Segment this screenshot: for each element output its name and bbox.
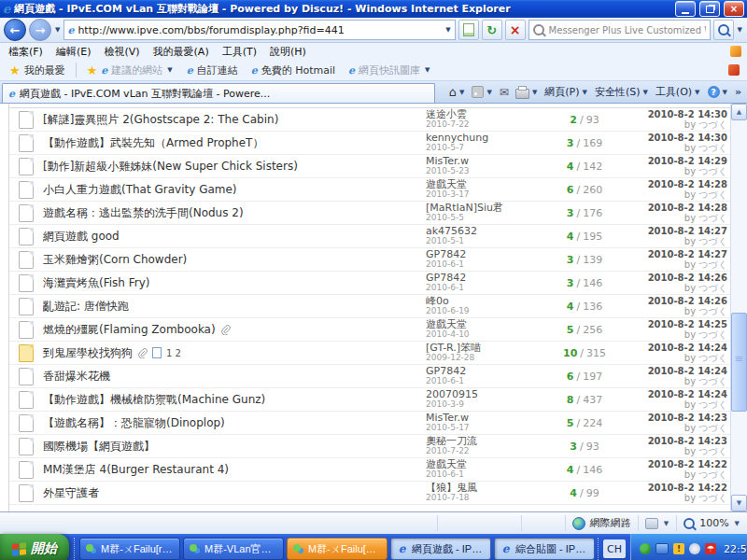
menu-file[interactable]: 檔案(F) (2, 43, 49, 61)
zoom-dropdown-icon[interactable] (734, 520, 740, 527)
lastpost-time-link[interactable]: 2010-8-2 14:22 (648, 483, 727, 494)
lastpost-time-link[interactable]: 2010-8-2 14:30 (648, 133, 727, 144)
lastpost-time-link[interactable]: 2010-8-2 14:24 (648, 389, 727, 400)
lastpost-author-link[interactable]: つづく (698, 166, 727, 176)
feeds-button[interactable] (472, 86, 492, 98)
lastpost-time-link[interactable]: 2010-8-2 14:29 (648, 156, 727, 167)
taskbar-clock[interactable]: 22:58 (724, 543, 747, 555)
table-row[interactable]: 國際機場【網頁遊戲】 奧秘一刀流 2010-7-22 3 / 93 (9, 435, 731, 458)
web-slice-dropdown-icon[interactable] (424, 66, 430, 74)
lastpost-author-link[interactable]: つづく (698, 329, 727, 340)
thread-title-link[interactable]: 小白人重力遊戲(That Gravity Game) (43, 182, 237, 198)
lastpost-time-link[interactable]: 2010-8-2 14:22 (648, 459, 727, 470)
table-row[interactable]: 【遊戲名稱】：恐龍寵物(Dinoplop) MisTer.w 2010-5-17… (9, 412, 731, 435)
menu-favorites[interactable]: 我的最愛(A) (147, 43, 216, 61)
scroll-down-button[interactable] (731, 495, 747, 511)
thread-title-link[interactable]: MM漢堡店 4(Burger Restaurant 4) (43, 462, 229, 478)
lastpost-author-link[interactable]: つづく (698, 493, 727, 503)
refresh-button[interactable] (482, 20, 502, 40)
table-row[interactable]: 遊戲名稱：逃出監禁的洗手間(Nodus 2) [MaRtIaN]Siu君 201… (9, 202, 731, 225)
custom-links-button[interactable]: 自訂連結 (181, 62, 244, 79)
table-row[interactable]: MM漢堡店 4(Burger Restaurant 4) 遊戲天堂 2010-6… (9, 458, 731, 482)
table-row[interactable]: 燃燒的殭屍(Flaming Zombooka) 遊戲天堂 2010-4-10 5… (9, 318, 731, 342)
table-row[interactable]: 玉米雞燴粥(Corn Chowder) GP7842 2010-6-1 3 / … (9, 248, 731, 272)
web-slice-gallery-button[interactable]: 網頁快訊圖庫 (343, 62, 436, 79)
thread-title-link[interactable]: 玉米雞燴粥(Corn Chowder) (43, 252, 187, 268)
help-button[interactable] (708, 86, 728, 98)
address-dropdown-icon[interactable] (444, 26, 451, 34)
lastpost-author-link[interactable]: つづく (698, 189, 727, 200)
thread-title-link[interactable]: 亂遊記: 唐僧快跑 (43, 299, 129, 315)
suggested-sites-button[interactable]: 建議的網站 (81, 62, 179, 79)
lastpost-author-link[interactable]: つづく (698, 259, 727, 270)
lastpost-author-link[interactable]: つづく (698, 399, 727, 410)
page-menu-button[interactable]: 網頁(P) (544, 85, 588, 99)
lastpost-time-link[interactable]: 2010-8-2 14:28 (648, 179, 727, 190)
menubar-addon-icon[interactable] (730, 46, 741, 57)
lastpost-author-link[interactable]: つづく (698, 469, 727, 480)
suggested-sites-dropdown-icon[interactable] (166, 66, 173, 74)
lastpost-time-link[interactable]: 2010-8-2 14:27 (648, 249, 727, 260)
table-row[interactable]: 【動作遊戲】機械槍防禦戰(Machine Gunz) 20070915 2010… (9, 388, 731, 412)
address-bar[interactable]: http://www.ipve.com/bbs/forumdisplay.php… (63, 20, 455, 40)
page-dropdown-icon[interactable] (582, 89, 588, 96)
feeds-dropdown-icon[interactable] (486, 89, 492, 96)
antivirus-tray-icon[interactable] (705, 543, 716, 554)
lastpost-time-link[interactable]: 2010-8-2 14:30 (648, 109, 727, 120)
vertical-scrollbar[interactable] (730, 104, 747, 511)
compatibility-view-button[interactable] (458, 20, 479, 40)
menu-help[interactable]: 說明(H) (263, 43, 313, 61)
close-button[interactable] (724, 1, 744, 17)
taskbar-task-button[interactable]: M群-ㄨFailu[R].e... (287, 538, 388, 560)
thread-title-link[interactable]: 【動作遊戲】機械槍防禦戰(Machine Gunz) (43, 392, 265, 408)
address-url[interactable]: http://www.ipve.com/bbs/forumdisplay.php… (78, 24, 441, 36)
zoom-control[interactable]: 100% (676, 515, 747, 531)
lastpost-author-link[interactable]: つづく (698, 283, 727, 293)
protected-mode-indicator[interactable] (638, 515, 676, 531)
thread-pagination[interactable]: 1 2 (152, 347, 181, 358)
lastpost-time-link[interactable]: 2010-8-2 14:24 (648, 366, 727, 377)
search-input[interactable]: Messenger Plus Live Customized Web Searc… (529, 20, 711, 40)
table-row[interactable]: 香甜爆米花機 GP7842 2010-6-1 6 / 197 (9, 365, 731, 388)
scroll-up-button[interactable] (731, 104, 747, 120)
table-row[interactable]: [解謎]靈異照片 2(Ghostscape 2: The Cabin) 迷途小雲… (9, 108, 731, 132)
lastpost-time-link[interactable]: 2010-8-2 14:26 (648, 296, 727, 307)
thread-title-link[interactable]: 【動作遊戲】武裝先知（Armed PropheT） (43, 135, 263, 151)
lastpost-author-link[interactable]: つづく (698, 236, 727, 246)
lastpost-time-link[interactable]: 2010-8-2 14:25 (648, 319, 727, 330)
lastpost-author-link[interactable]: つづく (698, 143, 727, 153)
lastpost-author-link[interactable]: つづく (698, 423, 727, 433)
toolbar-overflow-icon[interactable] (735, 86, 741, 98)
language-indicator[interactable]: CH (603, 539, 626, 558)
table-row[interactable]: 到鬼屋學校找狗狗 1 2 [GT-R.]笨喵 2009-12-28 10 / 3… (9, 342, 731, 365)
thread-title-link[interactable]: 香甜爆米花機 (43, 369, 110, 385)
home-button[interactable] (449, 86, 466, 98)
lastpost-author-link[interactable]: つづく (698, 306, 727, 316)
read-mail-button[interactable] (500, 86, 509, 99)
thread-title-link[interactable]: 到鬼屋學校找狗狗 (43, 345, 133, 361)
table-row[interactable]: 海灘賣烤魚(Fish Fry) GP7842 2010-6-1 3 / 146 (9, 272, 731, 295)
thread-title-link[interactable]: 外星守護者 (43, 485, 99, 501)
search-options-dropdown-icon[interactable] (737, 26, 743, 34)
thread-title-link[interactable]: 海灘賣烤魚(Fish Fry) (43, 275, 149, 291)
favbar-addon-icon[interactable] (728, 64, 740, 76)
thread-title-link[interactable]: 燃燒的殭屍(Flaming Zombooka) (43, 322, 216, 338)
taskbar-task-button[interactable]: 網頁遊戲 - IPvE.C... (390, 538, 491, 560)
thread-title-link[interactable]: 【遊戲名稱】：恐龍寵物(Dinoplop) (43, 415, 225, 431)
back-button[interactable] (4, 19, 26, 41)
protected-mode-dropdown-icon[interactable] (663, 520, 669, 527)
tools-menu-button[interactable]: 工具(O) (655, 85, 701, 99)
taskbar-grip[interactable] (598, 538, 599, 560)
safety-dropdown-icon[interactable] (641, 89, 648, 96)
taskbar-task-button[interactable]: M群-ㄨFailu[r].e... (79, 538, 180, 560)
lastpost-author-link[interactable]: つづく (698, 353, 727, 363)
messenger-tray-icon[interactable] (640, 543, 651, 554)
table-row[interactable]: [動作]新超級小雞姊妹(New Super Chick Sisters) Mis… (9, 155, 731, 178)
forward-button[interactable] (29, 19, 51, 41)
security-warning-tray-icon[interactable] (673, 543, 684, 554)
free-hotmail-button[interactable]: 免費的 Hotmail (246, 62, 341, 79)
menu-tools[interactable]: 工具(T) (216, 43, 263, 61)
search-go-button[interactable] (713, 20, 734, 40)
lastpost-author-link[interactable]: つづく (698, 119, 727, 130)
thread-title-link[interactable]: 國際機場【網頁遊戲】 (43, 439, 155, 455)
